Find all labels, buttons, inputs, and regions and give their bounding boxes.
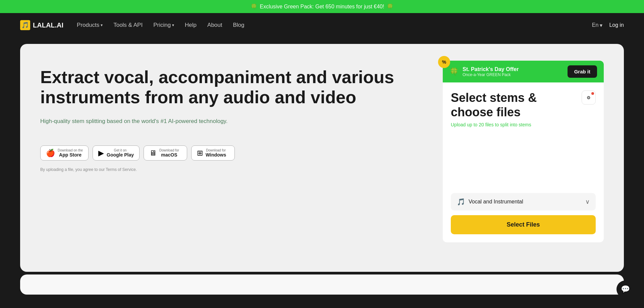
upload-terms: By uploading a file, you agree to our Te…	[40, 167, 423, 172]
nav-link-help[interactable]: Help	[185, 22, 197, 28]
promo-banner-top: 🍀 Exclusive Green Pack: Get 650 minutes …	[0, 0, 644, 13]
stem-selector[interactable]: 🎵 Vocal and Instrumental ∨	[451, 193, 596, 210]
percent-badge: %	[438, 56, 450, 68]
logo-icon: 🎵	[20, 20, 30, 30]
widget-box: Select stems & choose files ⚙ Upload up …	[443, 82, 604, 242]
play-icon: ▶	[98, 149, 104, 158]
banner-icon-right: 🍀	[387, 3, 393, 10]
promo-subtitle: Once-a-Year GREEN Pack	[463, 72, 519, 77]
waveform-icon: 🎵	[457, 198, 465, 206]
stem-label: Vocal and Instrumental	[469, 199, 523, 205]
chat-button[interactable]: 💬	[616, 281, 634, 298]
chevron-down-icon: ▾	[101, 23, 103, 27]
dl-label: macOS	[159, 152, 179, 158]
nav-link-tools[interactable]: Tools & API	[113, 22, 143, 28]
upload-area[interactable]	[451, 134, 596, 188]
nav-links: Products ▾ Tools & API Pricing ▾ Help Ab…	[77, 22, 592, 28]
windows-button[interactable]: ⊞ Download for Windows	[191, 145, 235, 161]
left-section: Extract vocal, accompaniment and various…	[40, 61, 423, 172]
dl-label: Windows	[206, 152, 226, 158]
nav-logo[interactable]: 🎵 LALAL.AI	[20, 20, 63, 30]
widget-title: Select stems & choose files	[451, 90, 537, 119]
chevron-down-icon: ▾	[600, 22, 602, 28]
promo-title: St. Patrick's Day Offer	[463, 66, 519, 72]
select-files-button[interactable]: Select Files	[451, 215, 596, 234]
navbar: 🎵 LALAL.AI Products ▾ Tools & API Pricin…	[0, 13, 644, 37]
nav-link-pricing[interactable]: Pricing ▾	[153, 22, 174, 28]
nav-right: En ▾ Log in	[592, 22, 624, 28]
logo-text: LALAL.AI	[33, 21, 63, 29]
hero-subtitle: High-quality stem splitting based on the…	[40, 117, 423, 126]
bottom-section-hint	[20, 274, 624, 295]
nav-link-blog[interactable]: Blog	[233, 22, 245, 28]
macos-button[interactable]: 🖥 Download for macOS	[144, 145, 187, 161]
nav-link-about[interactable]: About	[207, 22, 222, 28]
chevron-down-icon: ▾	[172, 23, 174, 27]
shamrock-icon: 🍀	[449, 67, 459, 76]
banner-text: Exclusive Green Pack: Get 650 minutes fo…	[260, 4, 384, 10]
settings-button[interactable]: ⚙	[582, 90, 596, 105]
app-store-button[interactable]: 🍎 Download on the App Store	[40, 145, 89, 161]
language-selector[interactable]: En ▾	[592, 22, 603, 28]
dl-label: App Store	[58, 152, 83, 158]
banner-icon-left: 🍀	[251, 3, 257, 10]
gear-icon: ⚙	[587, 95, 591, 100]
grab-it-button[interactable]: Grab it	[568, 65, 597, 78]
google-play-button[interactable]: ▶ Get it on Google Play	[93, 145, 140, 161]
chevron-down-icon: ∨	[585, 198, 590, 205]
promo-banner: 🍀 St. Patrick's Day Offer Once-a-Year GR…	[443, 61, 604, 82]
apple-icon: 🍎	[46, 149, 55, 158]
download-buttons: 🍎 Download on the App Store ▶ Get it on …	[40, 145, 423, 161]
dl-small-label: Download on the	[58, 148, 83, 152]
chat-icon: 💬	[621, 285, 630, 294]
dl-small-label: Download for	[159, 148, 179, 152]
main-container: Extract vocal, accompaniment and various…	[0, 37, 644, 308]
hero-title: Extract vocal, accompaniment and various…	[40, 67, 423, 108]
content-card: Extract vocal, accompaniment and various…	[20, 44, 624, 272]
dl-small-label: Get it on	[107, 148, 134, 152]
dl-small-label: Download for	[206, 148, 226, 152]
nav-link-products[interactable]: Products ▾	[77, 22, 103, 28]
macos-icon: 🖥	[149, 149, 157, 158]
right-section: % 🍀 St. Patrick's Day Offer Once-a-Year …	[443, 61, 604, 242]
terms-link[interactable]: Terms of Service	[106, 167, 136, 172]
dl-label: Google Play	[107, 152, 134, 158]
login-button[interactable]: Log in	[609, 22, 624, 28]
widget-subtitle: Upload up to 20 files to split into stem…	[451, 122, 596, 127]
windows-icon: ⊞	[197, 149, 203, 158]
notification-dot	[591, 92, 594, 95]
